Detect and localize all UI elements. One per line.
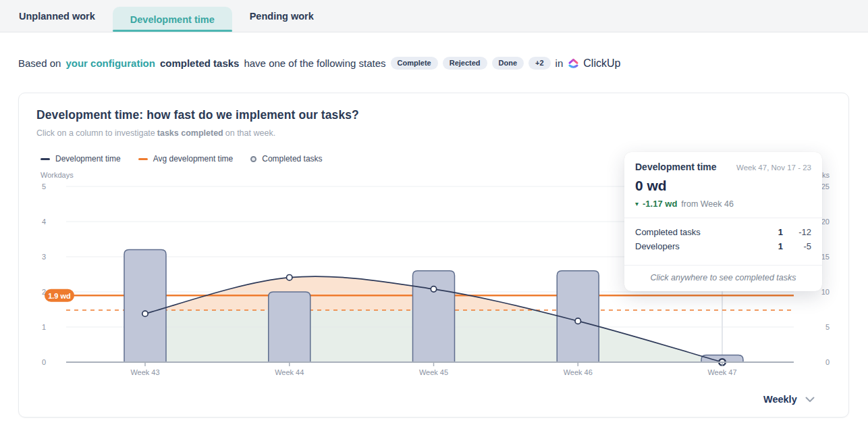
marker-week-45[interactable] (431, 286, 436, 292)
card-subtitle: Click on a column to investigatetasks co… (36, 128, 831, 138)
bar-week-43[interactable] (124, 250, 166, 362)
bar-week-44[interactable] (269, 292, 310, 362)
state-badge-complete: Complete (391, 57, 438, 70)
right-tick-label: 10 (821, 288, 830, 296)
left-tick-label: 5 (42, 182, 46, 191)
x-label-week-44: Week 44 (275, 368, 304, 376)
tooltip-row-completed-tasks: Completed tasks 1 -12 (635, 225, 811, 239)
left-tick-label: 4 (42, 218, 46, 226)
avg-development-time-line-swatch (138, 158, 148, 160)
subtitle-suffix: on that week. (225, 128, 275, 138)
bar-week-46[interactable] (557, 271, 599, 362)
x-label-week-47: Week 47 (707, 368, 736, 376)
x-label-week-45: Week 45 (419, 368, 448, 376)
left-tick-label: 1 (42, 323, 46, 331)
configuration-link[interactable]: your configuration (65, 57, 155, 69)
tooltip-title: Development time (635, 161, 717, 172)
marker-week-43[interactable] (142, 311, 148, 316)
clickup-logo-icon (568, 57, 579, 69)
tooltip-row-developers: Developers 1 -5 (635, 239, 811, 253)
avg-value-label: 1.9 wd (48, 292, 71, 300)
description-connector: in (555, 57, 564, 69)
state-badge-done: Done (492, 57, 524, 70)
development-time-line-swatch (40, 158, 50, 160)
subtitle-bold: tasks completed (157, 128, 223, 138)
state-badge-rejected: Rejected (443, 57, 487, 70)
legend-label: Completed tasks (262, 154, 322, 164)
legend-item-completed-tasks: Completed tasks (250, 154, 322, 164)
completed-tasks-marker-swatch (250, 156, 256, 162)
right-tick-label: 20 (821, 218, 830, 226)
left-tick-label: 3 (42, 253, 46, 261)
row-delta: -12 (783, 227, 811, 237)
right-tick-label: 15 (821, 253, 830, 261)
tab-pending-work[interactable]: Pending work (232, 0, 331, 32)
x-label-week-46: Week 46 (564, 368, 593, 376)
tab-bar: Unplanned work Development time Pending … (0, 0, 868, 32)
tooltip-change: -1.17 wd (643, 199, 677, 209)
tooltip-footer-hint: Click anywhere to see completed tasks (635, 266, 811, 291)
bar-week-45[interactable] (413, 271, 455, 362)
row-value: 1 (760, 227, 783, 237)
description-bold: completed tasks (160, 57, 240, 69)
legend-label: Development time (55, 154, 121, 164)
row-label: Developers (635, 241, 760, 251)
granularity-select[interactable]: Weekly (763, 394, 815, 405)
trend-down-icon: ▾ (635, 200, 639, 207)
row-value: 1 (760, 241, 783, 251)
right-tick-label: 0 (825, 358, 830, 366)
marker-week-46[interactable] (575, 318, 580, 324)
legend-item-avg-development-time: Avg development time (138, 154, 234, 164)
left-tick-label: 2 (42, 288, 46, 296)
left-tick-label: 0 (42, 358, 46, 366)
state-badge-more[interactable]: +2 (528, 57, 551, 70)
x-label-week-43: Week 43 (130, 368, 159, 376)
legend-label: Avg development time (153, 154, 234, 164)
description-middle: have one of the following states (244, 57, 385, 69)
tab-unplanned-work[interactable]: Unplanned work (1, 0, 113, 32)
chevron-down-icon (805, 397, 815, 403)
platform-wrap: ClickUp (568, 57, 620, 70)
tooltip-value: 0 wd (635, 178, 811, 194)
granularity-value: Weekly (763, 394, 797, 405)
marker-week-44[interactable] (287, 274, 292, 280)
row-delta: -5 (783, 241, 811, 251)
subtitle-prefix: Click on a column to investigate (36, 128, 155, 138)
tooltip-change-reference: from Week 46 (681, 199, 734, 209)
tab-development-time[interactable]: Development time (113, 7, 232, 32)
row-label: Completed tasks (635, 227, 760, 237)
right-tick-label: 25 (821, 182, 830, 191)
platform-name: ClickUp (583, 57, 620, 70)
right-tick-label: 5 (825, 323, 830, 331)
tooltip-period: Week 47, Nov 17 - 23 (736, 164, 811, 172)
legend-item-development-time: Development time (40, 154, 121, 164)
page: Unplanned work Development time Pending … (0, 0, 868, 425)
chart-tooltip: Development time Week 47, Nov 17 - 23 0 … (624, 152, 822, 291)
description-prefix: Based on (18, 57, 61, 69)
left-axis-title: Workdays (40, 171, 74, 179)
config-description: Based on your configuration completed ta… (18, 57, 620, 70)
card-title: Development time: how fast do we impleme… (36, 108, 831, 122)
